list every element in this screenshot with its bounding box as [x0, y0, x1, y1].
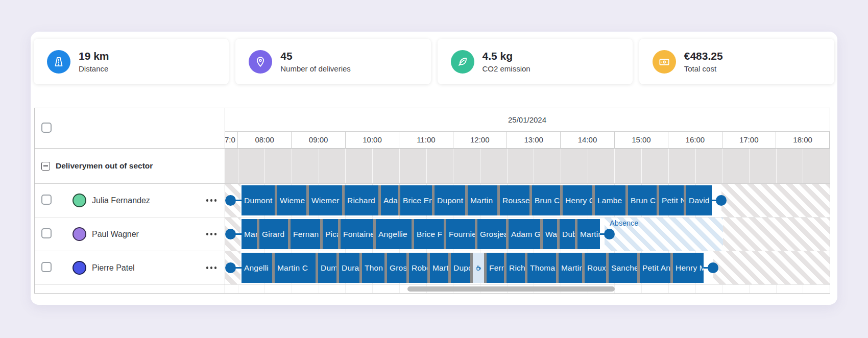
delivery-bar[interactable]: Brun C	[628, 185, 657, 215]
hour-label: 13:00	[507, 132, 561, 148]
delivery-bar[interactable]: Sanche	[609, 253, 637, 283]
deliveryman-row: Paul WagnerAbsenceMarGirardFernanPicaFon…	[35, 218, 830, 251]
delivery-bar[interactable]: Gros	[387, 253, 406, 283]
stat-label: Number of deliveries	[280, 64, 351, 73]
delivery-bar[interactable]: Brice En	[400, 185, 432, 215]
stats-row: 19 kmDistance45Number of deliveries4.5 k…	[34, 39, 834, 84]
delivery-bar[interactable]: Lambe	[595, 185, 625, 215]
horizontal-scrollbar[interactable]	[407, 286, 615, 292]
deliveryman-cell: Paul Wagner	[35, 218, 225, 251]
menu-dot	[214, 199, 217, 202]
delivery-bar[interactable]: Wieme	[277, 185, 306, 215]
delivery-bar[interactable]: Henry M	[673, 253, 704, 283]
trips-strip: DumontWiemeWiemerRichardAdaBrice EnDupon…	[242, 185, 712, 215]
hour-label: 09:00	[292, 132, 345, 148]
group-header-cell[interactable]: Deliverymen out of sector	[35, 149, 225, 183]
delivery-bar[interactable]: Henry C	[563, 185, 592, 215]
delivery-bar[interactable]: Mar	[242, 219, 257, 249]
delivery-bar[interactable]: Thoma	[527, 253, 556, 283]
collapse-group-icon[interactable]	[41, 162, 50, 171]
delivery-bar[interactable]: Brice F	[414, 219, 444, 249]
delivery-bar[interactable]: Richard	[345, 185, 378, 215]
hours-header: 7:008:0009:0010:0011:0012:0013:0014:0015…	[225, 132, 830, 148]
route-start-marker	[225, 195, 236, 206]
main-card: 19 kmDistance45Number of deliveries4.5 k…	[31, 32, 837, 305]
delivery-bar[interactable]: Girard	[259, 219, 288, 249]
hour-label: 10:00	[346, 132, 399, 148]
delivery-bar[interactable]: Brun C	[532, 185, 560, 215]
stat-text: 19 kmDistance	[79, 50, 109, 73]
delivery-bar[interactable]: Thon	[362, 253, 384, 283]
delivery-bar[interactable]: Dupo	[451, 253, 470, 283]
date-header: 25/01/2024	[225, 108, 830, 132]
unassigned-time-hatch	[721, 184, 830, 217]
person-name: Pierre Patel	[92, 251, 135, 284]
delivery-bar[interactable]: Petit An	[640, 253, 670, 283]
hour-label: 08:00	[238, 132, 292, 148]
row-menu-button[interactable]	[206, 267, 217, 269]
leaf-icon	[451, 50, 474, 74]
delivery-bar[interactable]: Martin	[577, 219, 600, 249]
row-menu-button[interactable]	[206, 233, 217, 235]
delivery-bar[interactable]: Petit N	[659, 185, 684, 215]
delivery-bar[interactable]: Dupont	[435, 185, 465, 215]
delivery-bar[interactable]: Dura	[339, 253, 359, 283]
delivery-bar[interactable]: Rousse	[500, 185, 529, 215]
stat-text: €483.25Total cost	[684, 50, 723, 73]
select-all-checkbox[interactable]	[41, 123, 52, 133]
unassigned-time-hatch	[723, 218, 830, 251]
delivery-bar[interactable]: Martin	[559, 253, 582, 283]
break-slot[interactable]	[473, 253, 484, 283]
delivery-bar[interactable]: Roux	[585, 253, 606, 283]
stat-value: €483.25	[684, 50, 723, 62]
delivery-bar[interactable]: Dumont	[242, 185, 275, 215]
delivery-bar[interactable]: Dub	[560, 219, 575, 249]
delivery-bar[interactable]: Fernan	[291, 219, 320, 249]
person-name: Julia Fernandez	[92, 184, 150, 217]
stat-value: 45	[280, 50, 351, 62]
delivery-bar[interactable]: Wiemer	[309, 185, 342, 215]
hour-label: 15:00	[615, 132, 668, 148]
trips-strip: MarGirardFernanPicaFontaineAngellieBrice…	[242, 219, 600, 249]
route-start-marker	[225, 262, 236, 273]
stat-label: Distance	[79, 64, 109, 73]
delivery-bar[interactable]: Mart	[430, 253, 448, 283]
menu-dot	[206, 199, 209, 202]
stat-label: CO2 emission	[483, 64, 531, 73]
hour-label: 12:00	[453, 132, 507, 148]
minus-glyph	[43, 165, 48, 166]
stat-card: 19 kmDistance	[34, 39, 229, 84]
row-checkbox[interactable]	[41, 195, 52, 205]
row-checkbox[interactable]	[41, 262, 52, 272]
route-end-marker	[604, 229, 615, 239]
delivery-bar[interactable]: Fournie	[446, 219, 475, 249]
delivery-bar[interactable]: Dum	[318, 253, 336, 283]
delivery-bar[interactable]: David	[686, 185, 712, 215]
stat-text: 45Number of deliveries	[280, 50, 351, 73]
delivery-bar[interactable]: Angellie	[376, 219, 412, 249]
absence-label: Absence	[610, 219, 638, 227]
avatar	[73, 194, 86, 207]
delivery-bar[interactable]: Rich	[507, 253, 525, 283]
delivery-bar[interactable]: Martin C	[275, 253, 316, 283]
row-checkbox[interactable]	[41, 228, 52, 238]
delivery-bar[interactable]: Fontaine	[341, 219, 373, 249]
delivery-bar[interactable]: Martin	[468, 185, 497, 215]
delivery-bar[interactable]: Robe	[409, 253, 427, 283]
delivery-bar[interactable]: Ada	[381, 185, 398, 215]
row-menu-button[interactable]	[206, 199, 217, 202]
menu-dot	[214, 267, 217, 269]
menu-dot	[210, 233, 213, 235]
delivery-bar[interactable]: Adam G	[509, 219, 540, 249]
delivery-bar[interactable]: Ferna	[487, 253, 504, 283]
schedule-table: 25/01/2024 7:008:0009:0010:0011:0012:001…	[34, 108, 830, 294]
route-end-marker	[716, 195, 727, 206]
stat-label: Total cost	[684, 64, 723, 73]
avatar	[73, 227, 86, 241]
delivery-bar[interactable]: Wag	[543, 219, 557, 249]
group-row: Deliverymen out of sector	[35, 149, 830, 184]
delivery-bar[interactable]: Angelli	[242, 253, 272, 283]
table-header: 25/01/2024 7:008:0009:0010:0011:0012:001…	[35, 108, 830, 149]
delivery-bar[interactable]: Grosjea	[477, 219, 506, 249]
delivery-bar[interactable]: Pica	[323, 219, 338, 249]
